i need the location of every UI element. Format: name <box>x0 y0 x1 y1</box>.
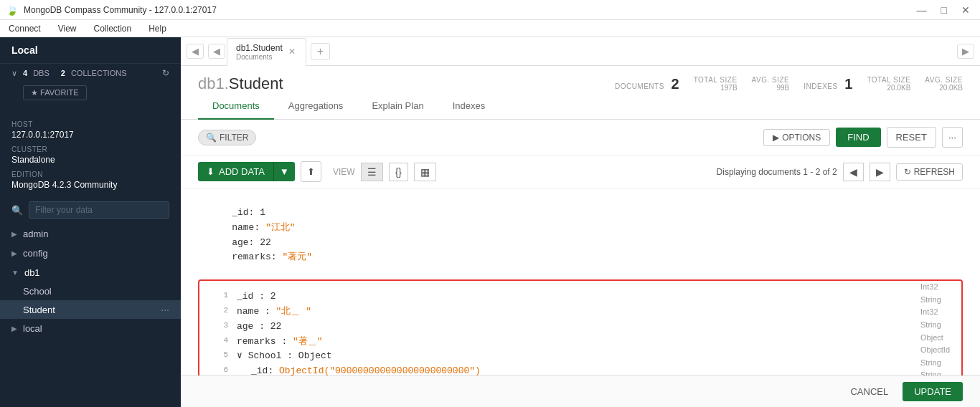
collection-more-button[interactable]: ··· <box>161 304 169 315</box>
tab-aggregations[interactable]: Aggregations <box>274 93 358 120</box>
avg-size-label: AVG. SIZE <box>752 76 790 84</box>
next-page-button[interactable]: ▶ <box>870 163 890 181</box>
total-size-label: TOTAL SIZE <box>694 76 738 84</box>
sidebar-item-label: db1 <box>24 267 40 278</box>
cluster-label: CLUSTER <box>11 145 169 153</box>
content-header: db1.Student DOCUMENTS 2 TOTAL SIZE 197B … <box>181 66 980 93</box>
add-data-button[interactable]: ⬇ ADD DATA <box>198 162 273 181</box>
indexes-total-size-value: 20.0KB <box>867 84 910 92</box>
favorite-button[interactable]: ★ FAVORITE <box>23 85 87 100</box>
view-table-button[interactable]: ▦ <box>414 163 436 181</box>
maximize-button[interactable]: □ <box>937 3 951 17</box>
subnav: Documents Aggregations Explain Plan Inde… <box>181 93 980 120</box>
indexes-total-size-stat: TOTAL SIZE 20.0KB <box>867 76 910 92</box>
pagination-info: Displaying documents 1 - 2 of 2 ◀ ▶ ↻ RE… <box>717 163 963 181</box>
view-list-button[interactable]: ☰ <box>361 163 383 181</box>
doc2-field-2: 2 name : "北＿ " <box>211 305 900 320</box>
db-name: db1 <box>198 75 225 92</box>
field-name: name: "江北" <box>209 221 951 236</box>
tab-documents[interactable]: Documents <box>198 93 274 120</box>
tab-indexes[interactable]: Indexes <box>438 93 500 120</box>
sidebar-collection-student[interactable]: Student ··· <box>0 300 181 319</box>
options-button[interactable]: ▶ OPTIONS <box>763 129 830 146</box>
find-button[interactable]: FIND <box>836 128 880 147</box>
document-2-wrapper: 1 _id : 2 2 name : "北＿ " 3 <box>198 279 963 375</box>
reset-button[interactable]: RESET <box>887 127 936 148</box>
sidebar-stats: ∨ 4 DBS 2 COLLECTIONS ↻ <box>0 64 181 82</box>
options-arrow-icon: ▶ <box>773 133 779 143</box>
indexes-label: INDEXES <box>804 82 837 90</box>
edition-value: MongoDB 4.2.3 Community <box>11 180 169 190</box>
cluster-value: Standalone <box>11 155 169 165</box>
view-json-button[interactable]: {} <box>389 163 408 181</box>
type-column: Int32 String Int32 String Object ObjectI… <box>920 281 950 375</box>
cancel-button[interactable]: CANCEL <box>842 382 897 401</box>
toolbar: ⬇ ADD DATA ▼ ⬆ VIEW ☰ {} ▦ Displaying do… <box>181 155 980 188</box>
sidebar-title: Local <box>0 37 181 64</box>
sidebar-item-db1[interactable]: ▼ db1 <box>0 263 181 282</box>
menu-connect[interactable]: Connect <box>6 22 44 35</box>
more-options-button[interactable]: ··· <box>942 127 963 148</box>
tab-next-button[interactable]: ▶ <box>957 44 974 59</box>
filter-bar: 🔍 FILTER ▶ OPTIONS FIND RESET ··· <box>181 120 980 155</box>
minimize-button[interactable]: — <box>913 3 931 17</box>
close-button[interactable]: ✕ <box>957 3 974 17</box>
tab-prev-button[interactable]: ◀ <box>187 44 204 59</box>
menu-collection[interactable]: Collection <box>91 22 135 35</box>
dbs-count: 4 <box>23 69 27 77</box>
menu-help[interactable]: Help <box>146 22 169 35</box>
refresh-icon: ↻ <box>904 167 911 177</box>
filter-input[interactable] <box>29 201 169 219</box>
tab-bar: ◀ ◀ db1.Student Documents ✕ + ▶ <box>181 37 980 66</box>
pagination-text: Displaying documents 1 - 2 of 2 <box>717 167 837 177</box>
collection-label: Student <box>23 305 55 315</box>
edition-label: EDITION <box>11 171 169 178</box>
window-title: MongoDB Compass Community - 127.0.0.1:27… <box>24 5 907 15</box>
export-button[interactable]: ⬆ <box>301 161 321 182</box>
tab-back-button[interactable]: ◀ <box>208 44 225 59</box>
sidebar-item-config[interactable]: ▶ config <box>0 244 181 263</box>
dbs-label: DBS <box>33 69 50 77</box>
tab-student[interactable]: db1.Student Documents ✕ <box>227 38 306 66</box>
menubar: Connect View Collection Help <box>0 20 980 37</box>
chevron-down-icon: ▼ <box>11 269 19 277</box>
filter-badge[interactable]: 🔍 FILTER <box>198 130 256 145</box>
sidebar-item-label: admin <box>23 229 48 239</box>
documents-area: _id: 1 name: "江北" age: 22 remarks: "著元" <box>181 188 980 375</box>
doc2-field-5: 5 ∨ School : Object <box>211 349 900 364</box>
doc2-field-3: 3 age : 22 <box>211 320 900 335</box>
refresh-docs-button[interactable]: ↻ REFRESH <box>896 163 963 181</box>
download-icon: ⬇ <box>207 166 215 177</box>
tab-add-button[interactable]: + <box>311 43 330 60</box>
indexes-total-size-label: TOTAL SIZE <box>867 76 910 84</box>
host-value: 127.0.0.1:27017 <box>11 130 169 140</box>
filter-label: FILTER <box>220 133 248 143</box>
collections-count: 2 <box>61 69 65 77</box>
prev-page-button[interactable]: ◀ <box>843 163 864 181</box>
content-area: ◀ ◀ db1.Student Documents ✕ + ▶ db1.Stud… <box>181 37 980 407</box>
menu-view[interactable]: View <box>55 22 80 35</box>
add-data-dropdown-button[interactable]: ▼ <box>273 162 295 181</box>
titlebar: 🍃 MongoDB Compass Community - 127.0.0.1:… <box>0 0 980 20</box>
refresh-button[interactable]: ↻ <box>162 68 169 78</box>
tab-explain-plan[interactable]: Explain Plan <box>357 93 438 120</box>
chevron-right-icon: ▶ <box>11 249 17 257</box>
indexes-stat: INDEXES 1 <box>804 76 852 92</box>
indexes-avg-size-label: AVG. SIZE <box>925 76 963 84</box>
collections-label: COLLECTIONS <box>71 69 127 77</box>
documents-count: 2 <box>672 76 679 92</box>
total-size-value: 197B <box>694 84 738 92</box>
sidebar-item-local[interactable]: ▶ local <box>0 319 181 338</box>
tab-close-button[interactable]: ✕ <box>287 47 297 57</box>
doc2-field-1: 1 _id : 2 <box>211 289 900 305</box>
db-collection-title: db1.Student <box>198 75 283 93</box>
sidebar-host-info: HOST 127.0.0.1:27017 CLUSTER Standalone … <box>0 109 181 196</box>
sidebar-collection-school[interactable]: School <box>0 282 181 300</box>
update-button[interactable]: UPDATE <box>903 382 963 401</box>
collection-label: School <box>23 286 52 297</box>
sidebar-item-admin[interactable]: ▶ admin <box>0 224 181 244</box>
document-2: 1 _id : 2 2 name : "北＿ " 3 <box>198 279 963 375</box>
host-label: HOST <box>11 120 169 128</box>
sidebar-item-label: local <box>23 323 42 334</box>
header-stats: DOCUMENTS 2 TOTAL SIZE 197B AVG. SIZE 99… <box>615 76 963 92</box>
